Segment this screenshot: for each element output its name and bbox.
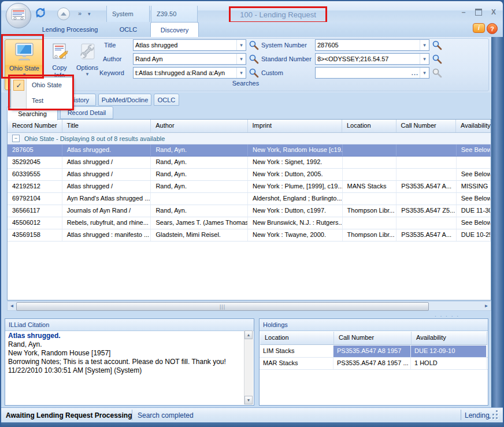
refresh-button[interactable] [34,7,47,20]
system-number-field[interactable]: ▾ [315,39,429,51]
status-module-text: Lending [465,411,490,419]
citation-line: Borrowing Notes; This is a test account.… [8,358,242,366]
system-number-search-button[interactable] [432,40,442,51]
standard-number-label: Standard Number [261,53,312,65]
table-cell: 35292045 [8,157,62,168]
minimize-button[interactable]: – [457,8,470,17]
title-search-button[interactable] [249,40,259,51]
column-header[interactable]: Call Number [334,332,412,344]
citation-text[interactable]: Atlas shrugged. Rand, Ayn.New York, Rand… [6,331,244,404]
holdings-row[interactable]: MAR StacksPS3535.A547 A8 1957 ...1 HOLD [260,358,488,370]
status-queue-text: Awaiting Lending Request Processing [6,411,132,419]
table-cell: Atlas shrugged : manifesto ... [62,229,151,241]
table-cell [396,169,457,180]
tab-discovery[interactable]: Discovery [150,22,199,37]
table-cell: Thompson Libr... [343,205,397,217]
custom-browse-button[interactable]: ... [412,69,420,76]
collapse-icon[interactable]: − [12,135,20,142]
tab-lending-processing[interactable]: Lending Processing [35,22,105,37]
scroll-left-icon[interactable]: ◄ [8,302,16,310]
title-input[interactable] [134,42,236,49]
column-header[interactable]: Availability [456,120,491,132]
custom-field[interactable]: ... ▾ [315,67,429,79]
keyword-dropdown-icon[interactable]: ▾ [236,68,246,78]
application-menu-button[interactable] [6,3,31,28]
system-number-dropdown-icon[interactable]: ▾ [420,40,429,50]
column-header[interactable]: Call Number [396,120,456,132]
table-row[interactable]: 287605Atlas shrugged.Rand, Ayn.New York,… [8,144,491,157]
author-search-button[interactable] [249,54,259,65]
column-header[interactable]: Availability [412,332,487,344]
column-header[interactable]: Title [62,120,151,132]
column-header[interactable]: Author [151,120,247,132]
feedback-balloon-icon[interactable]: i [473,23,485,33]
tab-pubmed-docline[interactable]: PubMed/Docline [98,94,151,106]
scrollbar-thumb[interactable]: ||| [16,302,429,311]
search-icon [432,40,442,50]
qat-dropdown-icon[interactable]: ▾ [88,12,91,16]
splitter-handle[interactable]: . . . . . [435,311,459,318]
column-header[interactable]: Imprint [248,120,342,132]
holdings-cell: 1 HOLD [411,358,487,369]
title-dropdown-icon[interactable]: ▾ [236,40,246,50]
citation-book-title: Atlas shrugged. [8,332,242,340]
table-row[interactable]: 43569158Atlas shrugged : manifesto ...Gl… [8,229,491,242]
results-header: Record NumberTitleAuthorImprintLocationC… [8,120,491,133]
standard-number-search-button[interactable] [432,54,442,65]
scroll-up-icon[interactable]: ▲ [244,331,253,339]
author-field[interactable]: ▾ [133,53,246,65]
table-row[interactable]: 35292045Atlas shrugged /Rand, Ayn.New Yo… [8,157,491,169]
title-field[interactable]: ▾ [133,39,246,51]
window-title: 100 - Lending Request [240,10,316,19]
table-row[interactable]: 69792104Ayn Rand's Atlas shrugged ...Ald… [8,193,491,205]
menu-item-ohio-state[interactable]: ✓ Ohio State [11,77,72,92]
results-group-row[interactable]: − Ohio State - Displaying 8 out of 8 res… [8,133,491,144]
resize-grip[interactable] [489,410,498,419]
submit-button[interactable] [57,8,70,20]
holdings-row[interactable]: LIM StacksPS3535.A547 A8 1957DUE 12-09-1… [260,346,488,358]
table-row[interactable]: 36566117Journals of Ayn Rand /Rand, Ayn.… [8,205,491,217]
standard-number-field[interactable]: ▾ [315,53,429,65]
table-cell: New York : Dutton, 2005. [248,169,343,180]
maximize-button[interactable] [472,8,485,17]
table-cell: 45506012 [8,217,62,229]
column-header[interactable]: Location [260,332,334,344]
citation-scrollbar[interactable]: ▲ ▼ [244,331,253,404]
author-dropdown-icon[interactable]: ▾ [236,54,246,64]
author-input[interactable] [134,55,236,62]
menu-item-test[interactable]: Test [11,93,72,108]
standard-number-input[interactable] [316,55,420,62]
table-cell: Rand, Ayn. [151,169,248,180]
holdings-cell: PS3535.A547 A8 1957 ... [333,358,411,369]
search-icon-disabled [432,68,442,78]
searches-group-label: Searches [3,80,488,87]
column-header[interactable]: Record Number [8,120,62,132]
table-row[interactable]: 60339555Atlas shrugged /Rand, Ayn.New Yo… [8,169,491,181]
site-dropdown-menu: ✓ Ohio State Test [10,77,73,109]
qat-overflow-icon[interactable]: » [78,10,81,17]
table-cell: Aldershot, England ; Burlingto... [248,193,343,205]
custom-dropdown-icon[interactable]: ▾ [420,68,429,78]
table-row[interactable]: 45506012Rebels, rubyfruit, and rhine...S… [8,217,491,229]
keyword-input[interactable] [134,69,236,76]
close-button[interactable]: X [487,8,500,17]
tab-oclc-results[interactable]: OCLC [154,94,179,106]
options-wrench-icon [78,42,97,62]
keyword-search-button[interactable] [249,68,259,79]
custom-input[interactable] [316,69,412,76]
table-cell: Journals of Ayn Rand / [62,205,151,217]
system-number-input[interactable] [316,42,420,49]
table-row[interactable]: 42192512Atlas shrugged /Rand, Ayn.New Yo… [8,181,491,193]
standard-number-dropdown-icon[interactable]: ▾ [420,54,429,64]
table-cell [396,217,457,229]
column-header[interactable]: Location [342,120,396,132]
table-cell [396,193,457,205]
keyword-field[interactable]: ▾ [133,67,246,79]
table-cell: 60339555 [8,169,62,180]
scroll-down-icon[interactable]: ▼ [244,396,253,404]
horizontal-scrollbar[interactable]: ◄ ||| ► [7,301,491,311]
help-icon[interactable]: ? [487,23,498,34]
citation-panel-header: ILLiad Citation [5,319,254,331]
scroll-right-icon[interactable]: ► [482,302,491,310]
tab-oclc[interactable]: OCLC [108,22,149,37]
